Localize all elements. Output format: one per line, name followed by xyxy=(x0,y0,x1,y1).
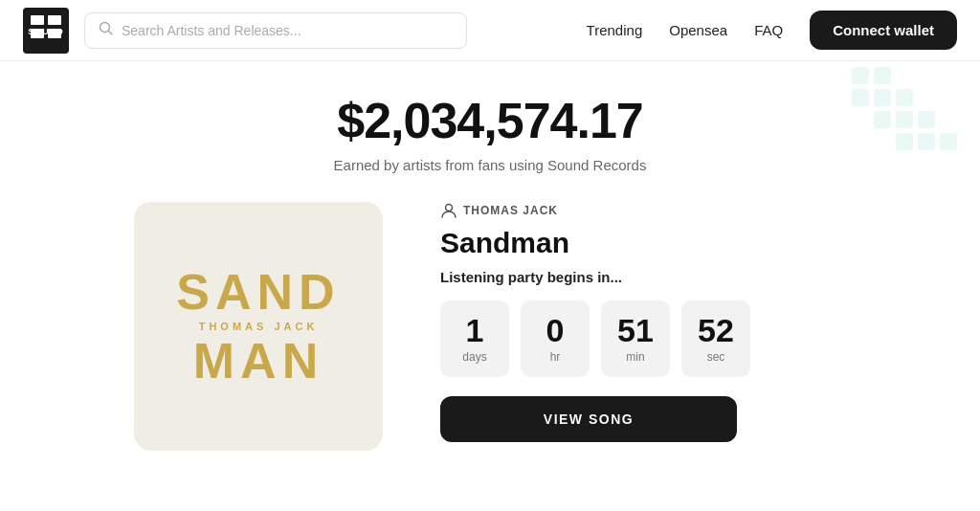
countdown-seconds-value: 52 xyxy=(698,314,734,346)
svg-line-7 xyxy=(109,31,113,34)
artist-icon xyxy=(440,202,457,219)
svg-rect-3 xyxy=(48,15,61,25)
svg-point-8 xyxy=(446,205,453,211)
countdown-minutes-value: 51 xyxy=(617,314,654,346)
countdown-seconds-label: sec xyxy=(707,350,725,364)
main-content: SAND THOMAS JACK MAN THOMAS JACK Sandman… xyxy=(0,202,980,451)
search-input[interactable] xyxy=(122,23,453,38)
listening-party-label: Listening party begins in... xyxy=(440,269,846,285)
svg-rect-2 xyxy=(31,15,44,25)
album-line1: SAND xyxy=(176,267,340,317)
hero-section: $2,034,574.17 Earned by artists from fan… xyxy=(0,61,980,192)
countdown: 1 days 0 hr 51 min 52 sec xyxy=(440,300,846,377)
countdown-minutes: 51 min xyxy=(601,300,670,377)
countdown-minutes-label: min xyxy=(626,350,644,364)
song-info: THOMAS JACK Sandman Listening party begi… xyxy=(440,202,846,442)
song-title: Sandman xyxy=(440,227,846,259)
nav-trending[interactable]: Trending xyxy=(587,22,643,38)
search-icon xyxy=(99,21,114,40)
nav-faq[interactable]: FAQ xyxy=(754,22,783,38)
svg-rect-4 xyxy=(31,29,44,38)
view-song-button[interactable]: VIEW SONG xyxy=(440,396,737,442)
artist-name: THOMAS JACK xyxy=(463,204,558,217)
countdown-seconds: 52 sec xyxy=(681,300,750,377)
logo[interactable]: SOUND xyxy=(23,8,69,54)
search-bar[interactable] xyxy=(84,12,467,49)
album-art: SAND THOMAS JACK MAN xyxy=(134,202,383,451)
countdown-hours-label: hr xyxy=(550,350,561,364)
countdown-hours: 0 hr xyxy=(521,300,590,377)
countdown-days-value: 1 xyxy=(466,314,484,346)
nav-opensea[interactable]: Opensea xyxy=(669,22,727,38)
album-line2: THOMAS JACK xyxy=(199,321,319,332)
countdown-hours-value: 0 xyxy=(546,314,565,346)
album-line3: MAN xyxy=(193,336,323,386)
earned-amount: $2,034,574.17 xyxy=(0,92,980,149)
nav-links: Trending Opensea FAQ Connect wallet xyxy=(587,11,957,50)
countdown-days: 1 days xyxy=(440,300,509,377)
header: SOUND Trending Opensea FAQ Connect walle… xyxy=(0,0,980,61)
album-text: SAND THOMAS JACK MAN xyxy=(176,267,340,386)
hero-subtitle: Earned by artists from fans using Sound … xyxy=(0,157,980,173)
svg-rect-5 xyxy=(48,29,61,38)
countdown-days-label: days xyxy=(462,350,486,364)
artist-label: THOMAS JACK xyxy=(440,202,846,219)
connect-wallet-button[interactable]: Connect wallet xyxy=(810,11,957,50)
